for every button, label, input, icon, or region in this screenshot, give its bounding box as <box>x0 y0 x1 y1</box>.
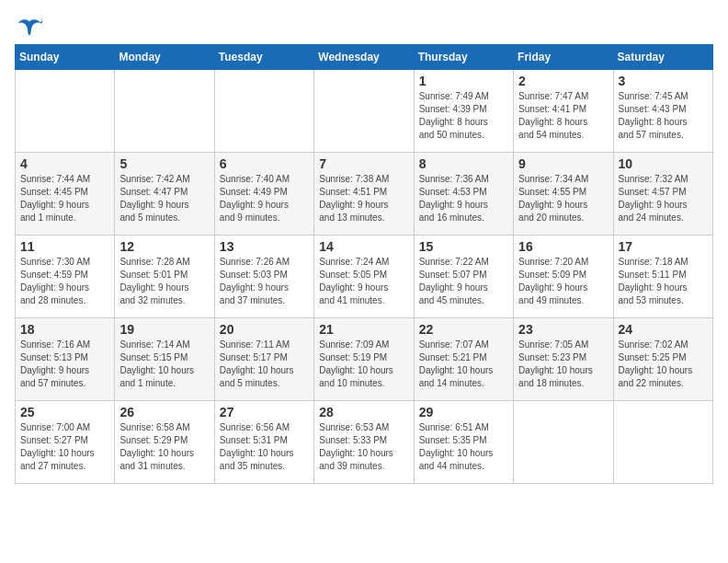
calendar-cell: 2Sunrise: 7:47 AM Sunset: 4:41 PM Daylig… <box>514 70 613 153</box>
calendar-cell: 1Sunrise: 7:49 AM Sunset: 4:39 PM Daylig… <box>414 70 513 153</box>
day-number: 28 <box>319 405 408 419</box>
day-info: Sunrise: 7:16 AM Sunset: 5:13 PM Dayligh… <box>20 339 109 390</box>
day-number: 15 <box>419 239 508 254</box>
calendar-cell <box>314 70 414 153</box>
calendar-cell: 13Sunrise: 7:26 AM Sunset: 5:03 PM Dayli… <box>214 236 313 318</box>
header-tuesday: Tuesday <box>214 45 313 70</box>
day-number: 9 <box>518 156 608 171</box>
day-number: 3 <box>619 74 708 88</box>
calendar-cell <box>214 70 313 153</box>
week-row-0: 1Sunrise: 7:49 AM Sunset: 4:39 PM Daylig… <box>16 70 713 153</box>
week-row-1: 4Sunrise: 7:44 AM Sunset: 4:45 PM Daylig… <box>16 153 713 236</box>
calendar-cell: 26Sunrise: 6:58 AM Sunset: 5:29 PM Dayli… <box>115 401 214 484</box>
day-number: 2 <box>518 74 608 88</box>
calendar-cell: 5Sunrise: 7:42 AM Sunset: 4:47 PM Daylig… <box>115 153 214 236</box>
day-number: 11 <box>20 239 109 254</box>
day-number: 24 <box>619 322 708 337</box>
day-number: 4 <box>20 156 109 171</box>
calendar-cell: 25Sunrise: 7:00 AM Sunset: 5:27 PM Dayli… <box>16 401 115 484</box>
day-info: Sunrise: 7:20 AM Sunset: 5:09 PM Dayligh… <box>518 256 608 307</box>
header-saturday: Saturday <box>613 45 712 70</box>
day-number: 8 <box>419 156 508 171</box>
day-info: Sunrise: 7:44 AM Sunset: 4:45 PM Dayligh… <box>20 173 109 224</box>
day-number: 17 <box>619 239 708 254</box>
day-info: Sunrise: 7:26 AM Sunset: 5:03 PM Dayligh… <box>220 256 309 307</box>
calendar-cell: 28Sunrise: 6:53 AM Sunset: 5:33 PM Dayli… <box>314 401 414 484</box>
day-info: Sunrise: 6:51 AM Sunset: 5:35 PM Dayligh… <box>419 421 508 473</box>
day-number: 22 <box>419 322 508 337</box>
day-info: Sunrise: 7:11 AM Sunset: 5:17 PM Dayligh… <box>220 339 309 390</box>
calendar-cell <box>16 70 115 153</box>
calendar-cell: 8Sunrise: 7:36 AM Sunset: 4:53 PM Daylig… <box>414 153 513 236</box>
day-number: 14 <box>319 239 408 254</box>
calendar-cell: 10Sunrise: 7:32 AM Sunset: 4:57 PM Dayli… <box>613 153 712 236</box>
calendar-cell: 19Sunrise: 7:14 AM Sunset: 5:15 PM Dayli… <box>115 318 214 401</box>
day-info: Sunrise: 7:24 AM Sunset: 5:05 PM Dayligh… <box>319 256 408 307</box>
header-thursday: Thursday <box>414 45 513 70</box>
day-info: Sunrise: 7:45 AM Sunset: 4:43 PM Dayligh… <box>619 90 708 142</box>
week-row-3: 18Sunrise: 7:16 AM Sunset: 5:13 PM Dayli… <box>16 318 713 401</box>
calendar-cell <box>613 401 712 484</box>
day-info: Sunrise: 7:22 AM Sunset: 5:07 PM Dayligh… <box>419 256 508 307</box>
day-info: Sunrise: 7:47 AM Sunset: 4:41 PM Dayligh… <box>518 90 608 142</box>
day-number: 18 <box>20 322 109 337</box>
day-number: 27 <box>220 405 309 419</box>
day-info: Sunrise: 7:28 AM Sunset: 5:01 PM Dayligh… <box>119 256 209 307</box>
calendar-cell: 12Sunrise: 7:28 AM Sunset: 5:01 PM Dayli… <box>115 236 214 318</box>
day-info: Sunrise: 7:38 AM Sunset: 4:51 PM Dayligh… <box>319 173 408 224</box>
day-info: Sunrise: 7:30 AM Sunset: 4:59 PM Dayligh… <box>20 256 109 307</box>
day-info: Sunrise: 6:58 AM Sunset: 5:29 PM Dayligh… <box>119 421 209 473</box>
week-row-4: 25Sunrise: 7:00 AM Sunset: 5:27 PM Dayli… <box>16 401 713 484</box>
day-info: Sunrise: 7:14 AM Sunset: 5:15 PM Dayligh… <box>119 339 209 390</box>
header-row: SundayMondayTuesdayWednesdayThursdayFrid… <box>16 45 713 70</box>
day-number: 6 <box>220 156 309 171</box>
week-row-2: 11Sunrise: 7:30 AM Sunset: 4:59 PM Dayli… <box>16 236 713 318</box>
calendar-cell: 18Sunrise: 7:16 AM Sunset: 5:13 PM Dayli… <box>16 318 115 401</box>
day-number: 16 <box>518 239 608 254</box>
day-info: Sunrise: 7:00 AM Sunset: 5:27 PM Dayligh… <box>20 421 109 473</box>
header-monday: Monday <box>115 45 214 70</box>
calendar-cell: 24Sunrise: 7:02 AM Sunset: 5:25 PM Dayli… <box>613 318 712 401</box>
calendar-cell: 7Sunrise: 7:38 AM Sunset: 4:51 PM Daylig… <box>314 153 414 236</box>
calendar-cell: 29Sunrise: 6:51 AM Sunset: 5:35 PM Dayli… <box>414 401 513 484</box>
day-info: Sunrise: 7:40 AM Sunset: 4:49 PM Dayligh… <box>220 173 309 224</box>
day-number: 10 <box>619 156 708 171</box>
day-info: Sunrise: 6:53 AM Sunset: 5:33 PM Dayligh… <box>319 421 408 473</box>
calendar-cell: 14Sunrise: 7:24 AM Sunset: 5:05 PM Dayli… <box>314 236 414 318</box>
day-number: 7 <box>319 156 408 171</box>
logo-bird-icon <box>17 15 42 40</box>
day-number: 29 <box>419 405 508 419</box>
day-info: Sunrise: 7:32 AM Sunset: 4:57 PM Dayligh… <box>619 173 708 224</box>
day-number: 19 <box>119 322 209 337</box>
calendar-cell: 21Sunrise: 7:09 AM Sunset: 5:19 PM Dayli… <box>314 318 414 401</box>
calendar-cell: 27Sunrise: 6:56 AM Sunset: 5:31 PM Dayli… <box>214 401 313 484</box>
calendar-cell <box>115 70 214 153</box>
day-number: 25 <box>20 405 109 419</box>
day-number: 13 <box>220 239 309 254</box>
day-number: 23 <box>518 322 608 337</box>
calendar-cell <box>514 401 613 484</box>
day-info: Sunrise: 7:05 AM Sunset: 5:23 PM Dayligh… <box>518 339 608 390</box>
header-sunday: Sunday <box>16 45 115 70</box>
calendar-cell: 20Sunrise: 7:11 AM Sunset: 5:17 PM Dayli… <box>214 318 313 401</box>
day-number: 1 <box>419 74 508 88</box>
day-info: Sunrise: 7:36 AM Sunset: 4:53 PM Dayligh… <box>419 173 508 224</box>
calendar-table: SundayMondayTuesdayWednesdayThursdayFrid… <box>15 44 713 484</box>
day-number: 21 <box>319 322 408 337</box>
calendar-cell: 11Sunrise: 7:30 AM Sunset: 4:59 PM Dayli… <box>16 236 115 318</box>
day-info: Sunrise: 7:49 AM Sunset: 4:39 PM Dayligh… <box>419 90 508 142</box>
day-info: Sunrise: 7:34 AM Sunset: 4:55 PM Dayligh… <box>518 173 608 224</box>
header-friday: Friday <box>514 45 613 70</box>
day-info: Sunrise: 7:18 AM Sunset: 5:11 PM Dayligh… <box>619 256 708 307</box>
logo <box>15 15 42 37</box>
calendar-cell: 23Sunrise: 7:05 AM Sunset: 5:23 PM Dayli… <box>514 318 613 401</box>
calendar-cell: 22Sunrise: 7:07 AM Sunset: 5:21 PM Dayli… <box>414 318 513 401</box>
day-number: 26 <box>119 405 209 419</box>
calendar-cell: 9Sunrise: 7:34 AM Sunset: 4:55 PM Daylig… <box>514 153 613 236</box>
calendar-cell: 4Sunrise: 7:44 AM Sunset: 4:45 PM Daylig… <box>16 153 115 236</box>
calendar-cell: 15Sunrise: 7:22 AM Sunset: 5:07 PM Dayli… <box>414 236 513 318</box>
calendar-cell: 16Sunrise: 7:20 AM Sunset: 5:09 PM Dayli… <box>514 236 613 318</box>
calendar-cell: 3Sunrise: 7:45 AM Sunset: 4:43 PM Daylig… <box>613 70 712 153</box>
day-info: Sunrise: 7:07 AM Sunset: 5:21 PM Dayligh… <box>419 339 508 390</box>
day-info: Sunrise: 7:42 AM Sunset: 4:47 PM Dayligh… <box>119 173 209 224</box>
